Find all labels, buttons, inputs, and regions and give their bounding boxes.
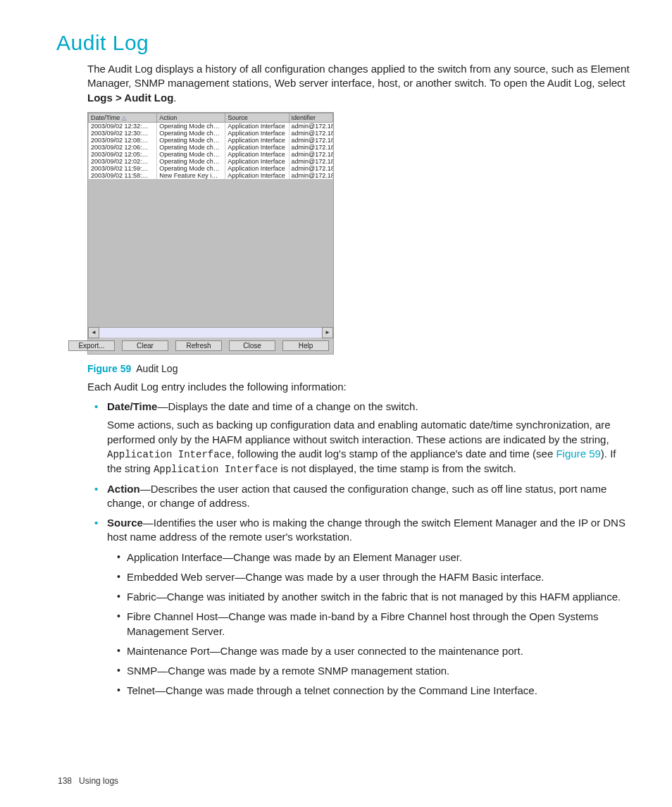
table-cell: Application Interface: [225, 165, 289, 172]
page-title: Audit Log: [56, 31, 630, 55]
col-datetime[interactable]: Date/Time △: [89, 113, 157, 122]
scroll-right-icon[interactable]: ►: [322, 327, 333, 338]
col-datetime-label: Date/Time: [91, 114, 120, 121]
table-cell: 2003/09/02 12:30:…: [89, 130, 157, 137]
table-cell: Operating Mode ch…: [157, 144, 225, 151]
scroll-left-icon[interactable]: ◄: [88, 327, 99, 338]
item-action: Action—Describes the user action that ca…: [107, 482, 630, 511]
page-number: 138: [58, 776, 72, 786]
figure-crossref[interactable]: Figure 59: [556, 448, 600, 460]
horizontal-scrollbar[interactable]: ◄ ►: [88, 327, 333, 338]
list-item: Maintenance Port—Change was made by a us…: [127, 644, 630, 658]
intro-paragraph: The Audit Log displays a history of all …: [87, 62, 630, 105]
list-item: SNMP—Change was made by a remote SNMP ma…: [127, 664, 630, 678]
list-item: Fibre Channel Host—Change was made in-ba…: [127, 610, 630, 639]
table-cell: admin@172.18.3…: [289, 158, 332, 165]
table-row[interactable]: 2003/09/02 12:32:…Operating Mode ch…Appl…: [89, 122, 333, 130]
table-cell: Operating Mode ch…: [157, 158, 225, 165]
list-item: Embedded Web server—Change was made by a…: [127, 570, 630, 584]
table-cell: admin@172.18.3…: [289, 122, 332, 130]
intro-text-before: The Audit Log displays a history of all …: [87, 63, 630, 89]
table-row[interactable]: 2003/09/02 12:02:…Operating Mode ch…Appl…: [89, 158, 333, 165]
table-cell: 2003/09/02 12:08:…: [89, 137, 157, 144]
table-cell: Application Interface: [225, 151, 289, 158]
table-cell: Application Interface: [225, 137, 289, 144]
table-cell: Operating Mode ch…: [157, 137, 225, 144]
list-item: Application Interface—Change was made by…: [127, 550, 630, 565]
item-source: Source—Identifies the user who is making…: [107, 516, 630, 698]
table-cell: admin@172.18.3…: [289, 172, 332, 179]
figure-caption: Figure 59 Audit Log: [87, 363, 630, 374]
table-row[interactable]: 2003/09/02 12:08:…Operating Mode ch…Appl…: [89, 137, 333, 144]
item-source-desc: —Identifies the user who is making the c…: [107, 517, 626, 543]
table-cell: Application Interface: [225, 144, 289, 151]
table-cell: admin@172.18.3…: [289, 137, 332, 144]
table-cell: Application Interface: [225, 122, 289, 130]
table-cell: admin@172.18.3…: [289, 130, 332, 137]
list-item: Telnet—Change was made through a telnet …: [127, 684, 630, 698]
table-cell: 2003/09/02 11:58:…: [89, 172, 157, 179]
dt-p2a: Some actions, such as backing up configu…: [107, 419, 611, 445]
table-cell: admin@172.18.3…: [289, 144, 332, 151]
sort-asc-icon: △: [122, 115, 126, 121]
code-app-interface-2: Application Interface: [154, 464, 278, 475]
item-datetime-desc: —Displays the date and time of a change …: [157, 400, 418, 412]
item-action-label: Action: [107, 483, 140, 495]
table-cell: 2003/09/02 12:06:…: [89, 144, 157, 151]
item-action-desc: —Describes the user action that caused t…: [107, 483, 606, 509]
table-cell: Operating Mode ch…: [157, 130, 225, 137]
table-cell: New Feature Key i…: [157, 172, 225, 179]
intro-menu-path: Logs > Audit Log: [87, 92, 173, 104]
table-row[interactable]: 2003/09/02 11:59:…Operating Mode ch…Appl…: [89, 165, 333, 172]
col-source[interactable]: Source: [225, 113, 289, 122]
list-item: Fabric—Change was initiated by another s…: [127, 590, 630, 604]
table-cell: 2003/09/02 12:32:…: [89, 122, 157, 130]
audit-log-window: Date/Time △ Action Source Identifier 200…: [87, 112, 334, 355]
table-cell: admin@172.18.3…: [289, 151, 332, 158]
col-action[interactable]: Action: [157, 113, 225, 122]
table-cell: 2003/09/02 11:59:…: [89, 165, 157, 172]
col-identifier[interactable]: Identifier: [289, 113, 332, 122]
item-datetime-label: Date/Time: [107, 400, 157, 412]
table-row[interactable]: 2003/09/02 11:58:…New Feature Key i…Appl…: [89, 172, 333, 179]
table-cell: Application Interface: [225, 158, 289, 165]
item-source-label: Source: [107, 517, 143, 529]
help-button[interactable]: Help: [282, 340, 329, 351]
table-row[interactable]: 2003/09/02 12:30:…Operating Mode ch…Appl…: [89, 130, 333, 137]
code-app-interface-1: Application Interface: [107, 449, 231, 460]
clear-button[interactable]: Clear: [122, 340, 168, 351]
table-cell: Operating Mode ch…: [157, 151, 225, 158]
item-datetime-paragraph2: Some actions, such as backing up configu…: [107, 418, 630, 476]
dt-p2d: is not displayed, the time stamp is from…: [278, 462, 516, 474]
table-row[interactable]: 2003/09/02 12:06:…Operating Mode ch…Appl…: [89, 144, 333, 151]
audit-log-empty-area: [88, 179, 333, 327]
table-cell: Application Interface: [225, 172, 289, 179]
export-button[interactable]: Export...: [68, 340, 115, 351]
table-cell: 2003/09/02 12:02:…: [89, 158, 157, 165]
figure-number: Figure 59: [87, 363, 131, 374]
page-footer: 138 Using logs: [58, 776, 118, 786]
footer-section: Using logs: [79, 776, 118, 786]
intro-text-after: .: [173, 92, 176, 104]
table-cell: Operating Mode ch…: [157, 165, 225, 172]
refresh-button[interactable]: Refresh: [175, 340, 222, 351]
after-figure-paragraph: Each Audit Log entry includes the follow…: [87, 380, 630, 394]
table-cell: 2003/09/02 12:05:…: [89, 151, 157, 158]
table-cell: Operating Mode ch…: [157, 122, 225, 130]
table-cell: admin@172.18.3…: [289, 165, 332, 172]
dt-p2b: , following the audit log's stamp of the…: [231, 448, 556, 460]
audit-log-button-row: Export...ClearRefreshCloseHelp: [88, 338, 333, 354]
figure-caption-text: Audit Log: [136, 363, 178, 374]
table-row[interactable]: 2003/09/02 12:05:…Operating Mode ch…Appl…: [89, 151, 333, 158]
audit-log-header-row: Date/Time △ Action Source Identifier: [89, 113, 333, 122]
close-button[interactable]: Close: [229, 340, 275, 351]
item-datetime: Date/Time—Displays the date and time of …: [107, 400, 630, 476]
table-cell: Application Interface: [225, 130, 289, 137]
